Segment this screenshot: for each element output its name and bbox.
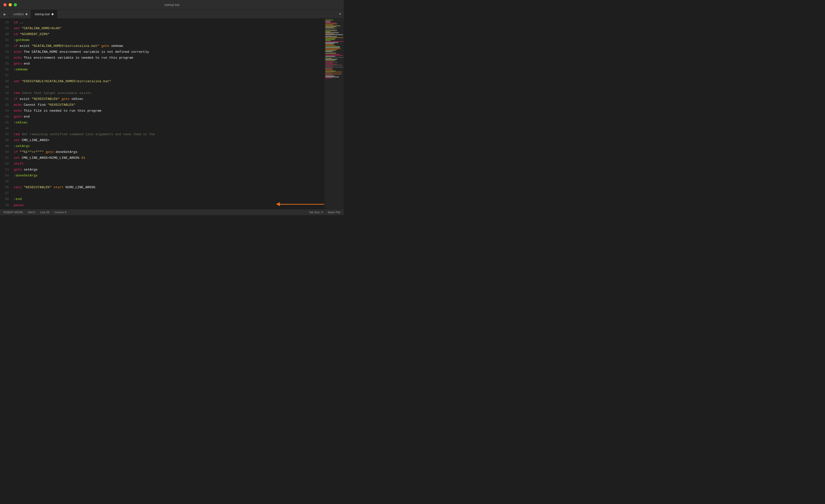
arrow-line [280, 204, 324, 204]
table-row: 29set "CATALINA_HOME=%cd%" [0, 25, 324, 31]
table-row: 34echo This environment variable is need… [0, 55, 324, 61]
line-content [13, 84, 324, 90]
line-content: goto end [13, 61, 324, 67]
minimap-line [325, 22, 336, 23]
minimap-line [325, 25, 340, 26]
line-content: :okExec [13, 120, 324, 125]
line-content [13, 190, 324, 196]
line-number: 32 [0, 43, 13, 49]
line-number: 31 [0, 37, 13, 43]
tab-startup[interactable]: startup.bat [31, 10, 57, 19]
sidebar-toggle[interactable]: ▶ [0, 10, 10, 19]
minimap-line [325, 41, 343, 42]
line-content: rem Get remaining unshifted command line… [13, 132, 324, 138]
line-content: shift [13, 161, 324, 167]
minimap-line [325, 65, 342, 66]
table-row: 48set CMD_LINE_ARGS= [0, 138, 324, 143]
status-encoding: ASCII [28, 211, 35, 214]
line-number: 30 [0, 31, 13, 37]
status-file-type: Batch File [328, 211, 340, 214]
table-row: 37 [0, 73, 324, 79]
minimap-content [324, 19, 344, 80]
minimap-line [325, 38, 335, 39]
line-content: :doneSetArgs [13, 173, 324, 179]
table-row: 59pause [0, 202, 324, 208]
line-content: echo This file is needed to run this pro… [13, 108, 324, 114]
line-number: 55 [0, 179, 13, 184]
line-content [13, 125, 324, 132]
line-content: echo The CATALINA_HOME environment varia… [13, 49, 324, 55]
table-row: 50if ""%1""=="""" goto doneSetArgs [0, 149, 324, 155]
table-row: 40rem Check that target executable exist… [0, 90, 324, 96]
minimap-line [325, 21, 330, 21]
status-right: Tab Size: 4 Batch File [309, 211, 340, 214]
minimap-line [325, 71, 335, 71]
line-number: 37 [0, 73, 13, 79]
line-content [13, 73, 324, 79]
table-row: 46 [0, 125, 324, 132]
minimap-line [325, 72, 342, 72]
table-row: 45:okExec [0, 120, 324, 125]
line-number: 57 [0, 190, 13, 196]
table-row: 47rem Get remaining unshifted command li… [0, 132, 324, 138]
line-number: 29 [0, 25, 13, 31]
minimap-line [325, 31, 330, 32]
title-bar: startup.bat [0, 0, 344, 10]
table-row: 43echo This file is needed to run this p… [0, 108, 324, 114]
line-content: echo This environment variable is needed… [13, 55, 324, 61]
tabs-expand[interactable]: ▼ [336, 10, 344, 19]
table-row: 36:okHome [0, 67, 324, 73]
window-title: startup.bat [164, 3, 179, 7]
table-row: 35goto end [0, 61, 324, 67]
minimap-line [325, 54, 340, 55]
minimap-line [325, 20, 333, 20]
minimap-line [325, 68, 332, 69]
table-row: 56call "%EXECUTABLE%" start %CMD_LINE_AR… [0, 184, 324, 190]
minimap-line [325, 66, 333, 67]
minimap-line [325, 40, 331, 41]
tabs-bar: ▶ untitled startup.bat ▼ [0, 10, 344, 19]
minimap-line [325, 69, 332, 69]
tab-untitled[interactable]: untitled [10, 10, 31, 19]
minimap-line [325, 55, 343, 56]
line-number: 52 [0, 161, 13, 167]
minimap-line [325, 61, 334, 62]
table-row: 39 [0, 84, 324, 90]
status-column: Column 6 [54, 211, 66, 214]
line-number: 59 [0, 202, 13, 208]
minimap-line [325, 51, 333, 52]
minimap-line [325, 32, 339, 33]
minimap-line [325, 58, 332, 59]
line-number: 33 [0, 49, 13, 55]
table-row: 53goto setArgs [0, 167, 324, 173]
arrow-annotation [276, 202, 324, 206]
maximize-button[interactable] [14, 3, 17, 6]
minimap-line [325, 47, 340, 48]
minimap-line [325, 57, 344, 58]
close-button[interactable] [3, 3, 7, 6]
line-number: 50 [0, 149, 13, 155]
line-content: :end [13, 196, 324, 202]
line-content: :okHome [13, 67, 324, 73]
table-row: 38set "EXECUTABLE=%CATALINA_HOME%\bin\ca… [0, 79, 324, 84]
minimap[interactable] [324, 19, 344, 209]
minimap-line [325, 26, 336, 27]
minimap-line [325, 42, 338, 43]
minimap-line [325, 64, 337, 65]
line-number: 35 [0, 61, 13, 67]
line-number: 53 [0, 167, 13, 173]
minimap-line [325, 70, 333, 70]
line-number: 46 [0, 125, 13, 132]
line-number: 49 [0, 143, 13, 149]
minimize-button[interactable] [9, 3, 12, 6]
line-number: 36 [0, 67, 13, 73]
traffic-lights [0, 3, 20, 6]
line-content: set CMD_LINE_ARGS=%CMD_LINE_ARGS% %1 [13, 155, 324, 161]
table-row: 58:end [0, 196, 324, 202]
line-content: if exist "%EXECUTABLE%" goto okExec [13, 96, 324, 102]
minimap-line [325, 48, 341, 49]
code-area[interactable]: 28cd ..29set "CATALINA_HOME=%cd%"30cd "%… [0, 19, 324, 209]
line-number: 56 [0, 184, 13, 190]
tab-dot [52, 13, 54, 15]
minimap-line [325, 60, 335, 61]
